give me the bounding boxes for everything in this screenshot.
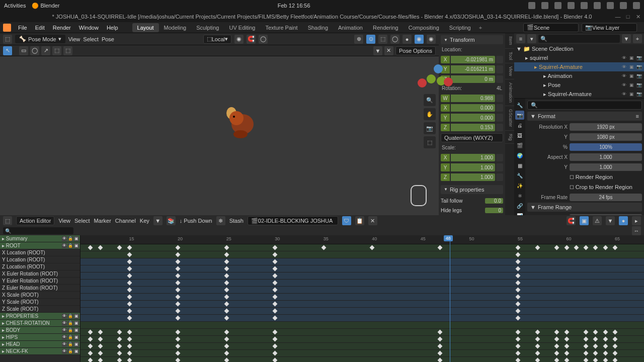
tl-menu-view[interactable]: View (58, 218, 70, 224)
filter-button[interactable]: ▼ (373, 46, 382, 55)
mode-select[interactable]: 🦴 Pose Mode ▾ (15, 35, 65, 43)
transform-header[interactable]: ▼Transform (441, 35, 503, 44)
workspace-tab-rendering[interactable]: Rendering (368, 23, 404, 32)
scale-lock[interactable] (496, 173, 503, 181)
tray-icon[interactable] (528, 2, 535, 9)
dopesheet-track[interactable] (80, 336, 644, 343)
npanel-tab-rig[interactable]: Rig (505, 131, 514, 144)
props-tab-tool[interactable]: 🔧 (515, 101, 524, 110)
select-box[interactable]: ▭ (19, 46, 28, 55)
dopesheet-track[interactable] (80, 273, 644, 280)
rot-w-field[interactable]: 0.988 (451, 95, 495, 102)
rot-lock[interactable] (496, 124, 503, 131)
workspace-tab-compositing[interactable]: Compositing (404, 23, 444, 32)
channel-search[interactable] (3, 227, 73, 234)
tl-menu-channel[interactable]: Channel (115, 218, 136, 224)
maximize-button[interactable]: □ (625, 14, 631, 20)
timeline-channel[interactable]: ▸ HEAD👁🔒▣ (0, 341, 80, 348)
menu-file[interactable]: File (14, 25, 31, 31)
loc-x-field[interactable]: -0.021981 m (451, 56, 495, 63)
rot-z-field[interactable]: 0.153 (451, 124, 495, 131)
volume-icon[interactable] (607, 2, 614, 9)
select-tool[interactable]: ↖ (3, 46, 12, 55)
scale-y-field[interactable]: 1.000 (451, 163, 495, 171)
rot-x-field[interactable]: 0.000 (451, 104, 495, 112)
scene-select[interactable]: 🎬 Scene (523, 23, 579, 32)
outliner-search[interactable] (538, 35, 620, 43)
workspace-tab-modeling[interactable]: Modeling (159, 23, 192, 32)
select-circle[interactable]: ◯ (30, 46, 39, 55)
tl-layer-button[interactable]: 📚 (167, 216, 176, 225)
aspect-x-field[interactable]: 1.000 (570, 153, 642, 161)
tray-icon[interactable] (581, 2, 588, 9)
activities-menu[interactable]: Activities (4, 3, 26, 9)
timeline-channel[interactable]: ▸ HIPS👁🔒▣ (0, 334, 80, 341)
loc-lock[interactable] (496, 75, 503, 83)
timeline-channel[interactable]: ▸ PROPERTIES👁🔒▣ (0, 313, 80, 320)
frame-ruler[interactable]: 1520253035404550556065 (80, 235, 644, 244)
outliner-row[interactable]: ▸ Animation👁▣📷 (514, 71, 644, 80)
select-lasso[interactable]: ↗ (41, 46, 50, 55)
zoom-icon[interactable]: 🔍 (424, 94, 436, 106)
dopesheet-track[interactable] (80, 343, 644, 350)
outliner-row[interactable]: ▸ squirrel👁▣📷 (514, 53, 644, 62)
timeline-channel[interactable]: Z Euler Rotation (ROOT) (0, 285, 80, 292)
tl-proportional-button[interactable]: ▣ (580, 216, 589, 225)
outliner-row[interactable]: ▸ Pose👁▣📷 (514, 80, 644, 89)
vp-menu-pose[interactable]: Pose (102, 36, 114, 42)
select-invert[interactable]: ⬚ (63, 46, 72, 55)
timeline-channel[interactable]: X Scale (ROOT) (0, 292, 80, 299)
dopesheet-track[interactable] (80, 280, 644, 287)
res-x-field[interactable]: 1920 px (570, 123, 642, 131)
timeline-channel[interactable]: ▸ ROOT👁🔒▣ (0, 242, 80, 249)
props-tab-constraints[interactable]: 🔗 (515, 201, 524, 210)
dopesheet-track[interactable] (80, 287, 644, 294)
proportional-button[interactable]: ◯ (259, 35, 268, 44)
unlink-action-button[interactable]: ✕ (368, 216, 377, 225)
render-region-check[interactable]: ☐ Render Region (570, 174, 642, 180)
dopesheet-track[interactable] (80, 258, 644, 265)
loc-y-field[interactable]: -0.016211 m (451, 65, 495, 73)
outliner-type-button[interactable]: ≡ (516, 34, 525, 43)
menu-render[interactable]: Render (49, 25, 75, 31)
dopesheet-track[interactable] (80, 357, 644, 362)
tray-icon[interactable] (554, 2, 561, 9)
pivot-button[interactable]: ◉ (234, 35, 244, 44)
shading-matprev[interactable]: ◉ (415, 35, 424, 44)
npanel-tab-item[interactable]: Item (505, 33, 514, 49)
loc-lock[interactable] (496, 56, 503, 63)
menu-help[interactable]: Help (103, 25, 122, 31)
timeline-channel[interactable]: Y Scale (ROOT) (0, 299, 80, 306)
dopesheet-track[interactable] (80, 322, 644, 329)
npanel-tab-gscatter[interactable]: GScatter (505, 106, 514, 131)
shading-wire[interactable]: ◯ (390, 35, 399, 44)
props-tab-render[interactable]: 📷 (515, 111, 524, 120)
push-down-button[interactable]: ↓ Push Down (180, 218, 212, 224)
tl-snap-button[interactable]: 🧲 (567, 216, 576, 225)
props-tab-particles[interactable]: ✨ (515, 181, 524, 190)
perspective-icon[interactable]: ⬚ (424, 136, 436, 148)
tail-follow-field[interactable]: 0.0 (485, 198, 503, 204)
npanel-tab-view[interactable]: View (505, 63, 514, 79)
datetime[interactable]: Feb 12 16:56 (278, 3, 310, 9)
props-tab-physics[interactable]: ⚛ (515, 191, 524, 200)
props-tab-object[interactable]: ▦ (515, 161, 524, 170)
npanel-tab-animation[interactable]: Animation (505, 79, 514, 106)
outliner-filter-button[interactable]: ▼ (622, 34, 631, 43)
workspace-tab-texpaint[interactable]: Texture Paint (260, 23, 302, 32)
props-tab-modifier[interactable]: 🔧 (515, 171, 524, 180)
timeline-channel[interactable]: X Euler Rotation (ROOT) (0, 270, 80, 278)
rot-lock[interactable] (496, 114, 503, 121)
playhead[interactable]: 48 (450, 235, 450, 362)
tray-icon[interactable] (568, 2, 575, 9)
action-name-field[interactable]: 🎬 02-IDLE-BLOCKING JOSHUA (248, 216, 338, 225)
add-workspace-button[interactable]: + (479, 25, 482, 31)
timeline-channel[interactable]: Z Scale (ROOT) (0, 306, 80, 313)
tl-overlay-button[interactable]: ▸ (632, 216, 641, 225)
tl-menu-key[interactable]: Key (140, 218, 149, 224)
props-search[interactable]: 🔍 (527, 101, 642, 110)
vp-menu-view[interactable]: View (68, 36, 80, 42)
stash-button[interactable]: Stash (229, 218, 244, 224)
blender-logo-icon[interactable] (3, 24, 11, 32)
scale-lock[interactable] (496, 154, 503, 161)
